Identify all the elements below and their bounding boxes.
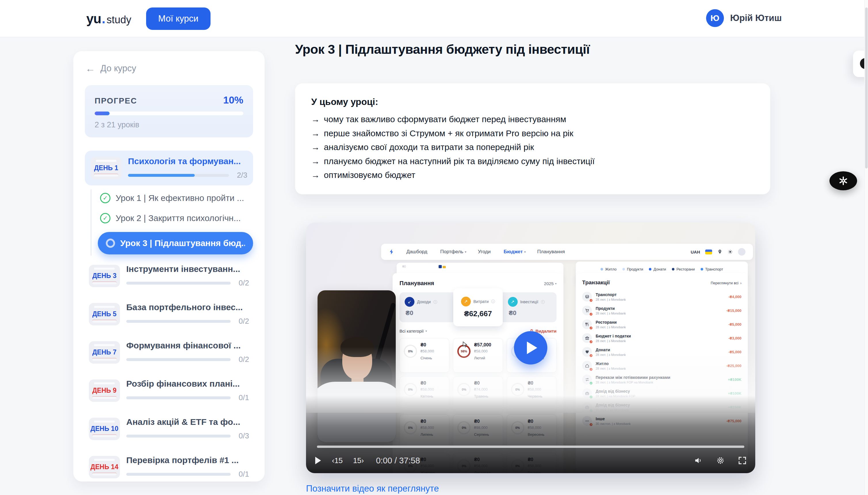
- location-pin-icon: [717, 249, 722, 254]
- planning-title: Планування: [400, 280, 434, 287]
- ukraine-flag-icon: [705, 250, 712, 254]
- chatgpt-floating-button[interactable]: [830, 171, 857, 190]
- day-thumbnail: ДЕНЬ 3: [89, 265, 120, 287]
- view-all-link: Переглянути всі›: [711, 281, 741, 285]
- day-title: Аналіз акцій & ETF та фо...: [126, 417, 249, 427]
- app-logo-bolt-icon: [388, 249, 395, 255]
- summary-investments: ↗ Інвестиції i ₴0: [503, 292, 556, 322]
- currency-label: UAH: [691, 250, 700, 254]
- day-thumbnail: ДЕНЬ 1: [90, 157, 122, 180]
- day-title: Інструменти інвестуванн...: [126, 264, 249, 274]
- transaction-direction-badge: ↗: [589, 298, 593, 302]
- lesson-bullet: → чому так важливо сформувати бюджет пер…: [311, 113, 754, 126]
- lesson-item[interactable]: ✓ Урок 1 | Як ефективно пройти ...: [100, 189, 253, 207]
- course-lesson-page: yu.study Мої курси Ю Юрій Ютиш ← До курс…: [0, 0, 868, 495]
- day-1-lessons: ✓ Урок 1 | Як ефективно пройти ... ✓ Уро…: [90, 189, 253, 256]
- logo-dot: .: [102, 11, 105, 27]
- transaction-category-icon: ↗: [582, 319, 592, 329]
- planning-summary-panel: ↙ Доходи i ₴0 ↗ Витрати i ₴62,667: [400, 292, 556, 322]
- progress-sub-label: 2 з 21 уроків: [95, 120, 243, 129]
- my-courses-button[interactable]: Мої курси: [146, 7, 211, 30]
- lesson-bullet: → плануємо бюджет на наступний рік та ви…: [311, 154, 754, 168]
- day-progress-bar: [126, 358, 231, 361]
- rewind-15-button[interactable]: ‹15: [332, 456, 343, 465]
- day-title: База портфельного інвес...: [126, 302, 249, 312]
- transaction-amount: -₴3,000: [728, 336, 741, 340]
- lesson-label: Урок 3 | Підлаштування бюд...: [120, 238, 245, 248]
- sidebar-day-item[interactable]: ДЕНЬ 10 Аналіз акцій & ETF та фо... 0/3: [85, 417, 253, 440]
- video-player[interactable]: Дашборд Портфель▾ Угоди Бюджет▾: [306, 222, 755, 473]
- transaction-direction-badge: ↗: [589, 340, 593, 344]
- course-progress-panel: ПРОГРЕС 10% 2 з 21 уроків: [85, 85, 253, 137]
- avatar[interactable]: Ю: [706, 9, 724, 27]
- arrow-icon: →: [311, 154, 320, 168]
- sidebar-day-item[interactable]: ДЕНЬ 7 Формування фінансової ... 0/2: [85, 341, 253, 364]
- mark-watched-link[interactable]: Позначити відео як переглянуте: [306, 483, 439, 494]
- play-button[interactable]: [315, 457, 321, 464]
- day-progress-bar: [126, 473, 231, 476]
- lesson-bullet: → оптимізовуємо бюджет: [311, 168, 754, 182]
- day-thumbnail: ДЕНЬ 7: [89, 341, 120, 364]
- lesson-item[interactable]: ✓ Урок 3 | Підлаштування бюд...: [98, 232, 253, 254]
- legend-dot-icon: [601, 268, 603, 271]
- legend-dot-icon: [622, 268, 625, 271]
- chevron-down-icon: ▾: [465, 250, 467, 254]
- transaction-amount: -₴4,000: [728, 295, 741, 299]
- app-nav-item: Бюджет▾: [504, 249, 526, 255]
- app-nav-item: Дашборд: [406, 249, 429, 255]
- back-to-course-link[interactable]: ← До курсу: [85, 63, 253, 73]
- logo[interactable]: yu.study: [86, 11, 131, 27]
- progress-bar: [95, 112, 243, 115]
- scrollbar-thumb[interactable]: [865, 7, 868, 168]
- legend-chip: Продукти: [622, 267, 644, 271]
- transaction-row: ↗ Продукти 28 лют. | з Monobank -₴15,000: [582, 304, 741, 317]
- sidebar-day-item[interactable]: ДЕНЬ 3 Інструменти інвестуванн... 0/2: [85, 264, 253, 288]
- day-thumbnail-label: ДЕНЬ 14: [89, 456, 120, 478]
- lesson-bullet: → аналізуємо свої доходи та витрати за п…: [311, 140, 754, 154]
- day-thumbnail: ДЕНЬ 5: [89, 303, 120, 325]
- seek-bar[interactable]: [317, 446, 744, 448]
- day-progress-bar: [126, 282, 231, 285]
- lesson-summary-heading: У цьому уроці:: [311, 97, 754, 107]
- day-title: Перевірка портфелів #1 ...: [126, 455, 249, 465]
- page-scrollbar[interactable]: [864, 0, 868, 495]
- day-title: Розбір фінансових плані...: [126, 379, 249, 389]
- day-thumbnail-label: ДЕНЬ 3: [89, 265, 120, 287]
- volume-button[interactable]: [694, 456, 703, 465]
- course-sidebar: ← До курсу ПРОГРЕС 10% 2 з 21 уроків ДЕН…: [73, 51, 265, 481]
- sidebar-day-1[interactable]: ДЕНЬ 1 Психологія та формуван... 2/3: [85, 151, 253, 185]
- expenses-icon: ↗: [461, 297, 471, 306]
- settings-gear-button[interactable]: [716, 456, 725, 465]
- transaction-category-icon: ↗: [582, 292, 592, 302]
- check-circle-icon: ✓: [100, 213, 111, 223]
- big-play-button[interactable]: [514, 331, 547, 364]
- progress-ring-icon: [106, 239, 115, 248]
- lesson-item[interactable]: ✓ Урок 2 | Закриття психологічн...: [100, 209, 253, 227]
- info-icon: i: [491, 300, 495, 303]
- openai-logo-icon: [838, 175, 849, 186]
- chevron-down-icon: ▾: [425, 329, 427, 332]
- arrow-icon: →: [311, 113, 320, 126]
- progress-bar-fill: [95, 112, 110, 115]
- user-menu[interactable]: Ю Юрій Ютиш: [706, 9, 782, 27]
- info-icon: i: [433, 300, 437, 304]
- arrow-icon: →: [311, 168, 320, 182]
- sidebar-day-item[interactable]: ДЕНЬ 5 База портфельного інвес... 0/2: [85, 302, 253, 326]
- sidebar-day-item[interactable]: ДЕНЬ 14 Перевірка портфелів #1 ... 0/1: [85, 455, 253, 479]
- day-lesson-count: 0/1: [236, 393, 249, 402]
- day-thumbnail: ДЕНЬ 9: [89, 379, 120, 402]
- axis-zero-label: ₴0: [402, 265, 406, 268]
- page-title: Урок 3 | Підлаштування бюджету під інвес…: [295, 42, 589, 57]
- fullscreen-button[interactable]: [738, 456, 747, 465]
- logo-text: yu: [86, 11, 101, 27]
- app-nav-item: Портфель▾: [440, 249, 467, 255]
- sidebar-day-item[interactable]: ДЕНЬ 9 Розбір фінансових плані... 0/1: [85, 379, 253, 402]
- time-display: 0:00 / 37:58: [376, 456, 420, 465]
- day-thumbnail-label: ДЕНЬ 10: [89, 418, 120, 440]
- sidebar-days-list: ДЕНЬ 3 Інструменти інвестуванн... 0/2 ДЕ…: [85, 264, 253, 481]
- forward-15-button[interactable]: 15›: [353, 456, 364, 465]
- arrow-icon: →: [311, 126, 320, 140]
- transaction-category-icon: ↗: [582, 333, 592, 343]
- theme-sun-icon: [728, 249, 733, 254]
- day-lesson-count: 0/3: [236, 431, 249, 440]
